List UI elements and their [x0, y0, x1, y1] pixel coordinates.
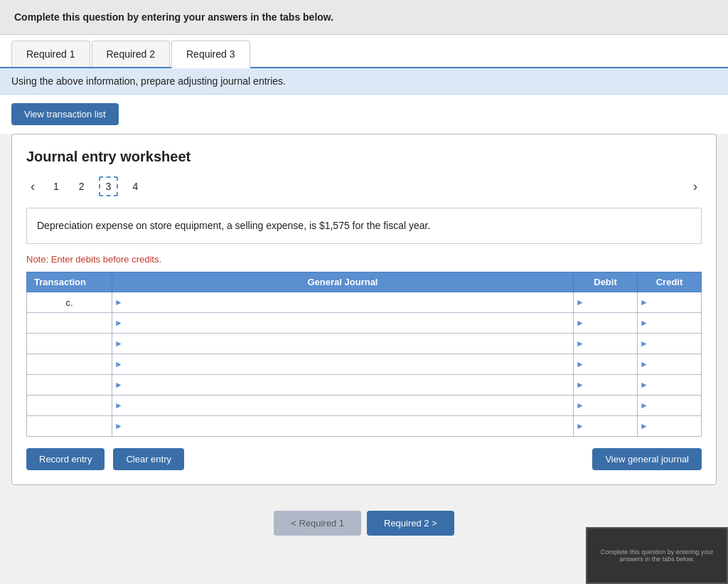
arrow-icon: ►	[574, 421, 587, 431]
instruction-bar: Using the above information, prepare adj…	[0, 68, 728, 95]
arrow-icon: ►	[638, 318, 651, 328]
arrow-icon: ►	[574, 339, 587, 349]
debit-cell-4[interactable]: ►	[574, 354, 638, 375]
debit-input-4[interactable]	[587, 354, 637, 374]
top-banner: Complete this question by entering your …	[0, 0, 728, 35]
journal-cell-1[interactable]: ►	[112, 292, 574, 313]
debit-input-1[interactable]	[587, 292, 637, 312]
page-1[interactable]: 1	[48, 178, 65, 195]
next-page-button[interactable]: ›	[689, 178, 702, 196]
credit-cell-5[interactable]: ►	[638, 375, 702, 395]
arrow-icon: ►	[112, 400, 125, 410]
credit-cell-1[interactable]: ►	[638, 292, 702, 313]
table-row: ► ► ►	[27, 416, 702, 437]
record-entry-button[interactable]: Record entry	[26, 448, 105, 470]
credit-input-1[interactable]	[651, 292, 701, 312]
table-row: ► ► ►	[27, 313, 702, 334]
credit-cell-4[interactable]: ►	[638, 354, 702, 375]
table-row: ► ► ►	[27, 354, 702, 375]
journal-input-6[interactable]	[125, 395, 573, 415]
transaction-label-3	[27, 334, 112, 354]
transaction-label-2	[27, 313, 112, 334]
action-buttons-row: Record entry Clear entry View general jo…	[26, 448, 702, 470]
prev-page-button[interactable]: ‹	[26, 178, 39, 196]
transaction-label-5	[27, 375, 112, 395]
debit-input-6[interactable]	[587, 395, 637, 415]
debit-cell-6[interactable]: ►	[574, 395, 638, 416]
credit-cell-6[interactable]: ►	[638, 395, 702, 416]
transaction-label-6	[27, 395, 112, 416]
arrow-icon: ►	[638, 297, 651, 307]
debit-cell-7[interactable]: ►	[574, 416, 638, 437]
journal-input-4[interactable]	[125, 354, 573, 374]
info-text: Depreciation expense on store equipment,…	[37, 220, 430, 231]
credit-input-6[interactable]	[651, 395, 701, 415]
tabs-container: Required 1 Required 2 Required 3	[0, 35, 728, 68]
credit-input-4[interactable]	[651, 354, 701, 374]
journal-cell-2[interactable]: ►	[112, 313, 574, 334]
journal-input-1[interactable]	[125, 292, 573, 312]
debit-cell-3[interactable]: ►	[574, 334, 638, 354]
debit-input-2[interactable]	[587, 313, 637, 333]
mini-preview: Complete this question by entering your …	[586, 527, 728, 550]
arrow-icon: ►	[574, 297, 587, 307]
tab-required3[interactable]: Required 3	[171, 41, 250, 68]
page-3[interactable]: 3	[99, 176, 119, 196]
arrow-icon: ►	[112, 359, 125, 369]
prev-required-button[interactable]: < Required 1	[274, 511, 361, 536]
journal-input-7[interactable]	[125, 416, 573, 436]
arrow-icon: ►	[112, 297, 125, 307]
transaction-label-4	[27, 354, 112, 375]
debit-input-7[interactable]	[587, 416, 637, 436]
arrow-icon: ►	[112, 318, 125, 328]
arrow-icon: ►	[638, 380, 651, 390]
arrow-icon: ►	[638, 339, 651, 349]
debit-cell-1[interactable]: ►	[574, 292, 638, 313]
journal-table: Transaction General Journal Debit Credit…	[26, 272, 702, 437]
arrow-icon: ►	[574, 380, 587, 390]
credit-cell-2[interactable]: ►	[638, 313, 702, 334]
journal-cell-3[interactable]: ►	[112, 334, 574, 354]
debit-cell-2[interactable]: ►	[574, 313, 638, 334]
credit-input-7[interactable]	[651, 416, 701, 436]
page-2[interactable]: 2	[73, 178, 90, 195]
col-header-credit: Credit	[638, 272, 702, 292]
debit-input-3[interactable]	[587, 334, 637, 354]
tab-required1[interactable]: Required 1	[11, 41, 90, 67]
arrow-icon: ►	[112, 339, 125, 349]
arrow-icon: ►	[638, 400, 651, 410]
arrow-icon: ►	[574, 400, 587, 410]
journal-cell-6[interactable]: ►	[112, 395, 574, 416]
view-general-journal-button[interactable]: View general journal	[592, 448, 702, 470]
arrow-icon: ►	[574, 318, 587, 328]
journal-input-5[interactable]	[125, 375, 573, 395]
worksheet-card: Journal entry worksheet ‹ 1 2 3 4 › Depr…	[11, 134, 717, 485]
journal-cell-7[interactable]: ►	[112, 416, 574, 437]
arrow-icon: ►	[112, 421, 125, 431]
credit-input-2[interactable]	[651, 313, 701, 333]
journal-input-2[interactable]	[125, 313, 573, 333]
next-required-button[interactable]: Required 2 >	[367, 511, 454, 536]
view-transaction-button[interactable]: View transaction list	[11, 103, 119, 125]
banner-text: Complete this question by entering your …	[14, 11, 714, 23]
arrow-icon: ►	[638, 421, 651, 431]
debit-input-5[interactable]	[587, 375, 637, 395]
col-header-journal: General Journal	[112, 272, 574, 292]
credit-input-3[interactable]	[651, 334, 701, 354]
credit-cell-3[interactable]: ►	[638, 334, 702, 354]
table-row: ► ► ►	[27, 395, 702, 416]
clear-entry-button[interactable]: Clear entry	[113, 448, 184, 470]
col-header-transaction: Transaction	[27, 272, 112, 292]
view-btn-row: View transaction list	[0, 95, 728, 134]
tab-required2[interactable]: Required 2	[92, 41, 171, 67]
note-text: Note: Enter debits before credits.	[26, 254, 702, 265]
journal-cell-4[interactable]: ►	[112, 354, 574, 375]
arrow-icon: ►	[112, 380, 125, 390]
journal-input-3[interactable]	[125, 334, 573, 354]
page-4[interactable]: 4	[127, 178, 144, 195]
credit-input-5[interactable]	[651, 375, 701, 395]
debit-cell-5[interactable]: ►	[574, 375, 638, 395]
arrow-icon: ►	[638, 359, 651, 369]
credit-cell-7[interactable]: ►	[638, 416, 702, 437]
journal-cell-5[interactable]: ►	[112, 375, 574, 395]
